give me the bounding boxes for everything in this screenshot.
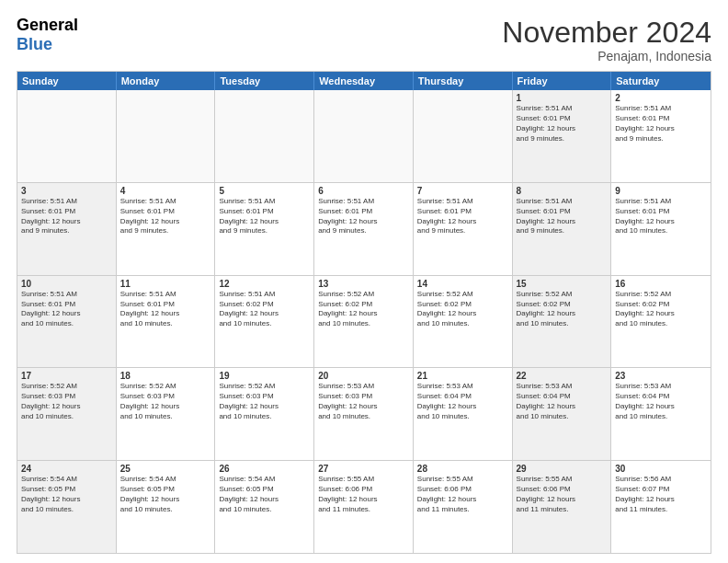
cal-cell-r2c2: 12Sunrise: 5:51 AM Sunset: 6:02 PM Dayli…: [215, 276, 314, 368]
day-number: 3: [21, 186, 112, 196]
header-day-saturday: Saturday: [611, 72, 711, 90]
day-number: 16: [615, 279, 707, 289]
cal-cell-r2c4: 14Sunrise: 5:52 AM Sunset: 6:02 PM Dayli…: [414, 276, 513, 368]
cell-info: Sunrise: 5:54 AM Sunset: 6:05 PM Dayligh…: [219, 475, 310, 514]
cell-info: Sunrise: 5:51 AM Sunset: 6:01 PM Dayligh…: [120, 197, 211, 236]
day-number: 13: [318, 279, 409, 289]
day-number: 12: [219, 279, 310, 289]
cal-cell-r2c1: 11Sunrise: 5:51 AM Sunset: 6:01 PM Dayli…: [117, 276, 216, 368]
cal-cell-r4c3: 27Sunrise: 5:55 AM Sunset: 6:06 PM Dayli…: [314, 461, 414, 553]
cal-cell-r0c5: 1Sunrise: 5:51 AM Sunset: 6:01 PM Daylig…: [513, 90, 612, 182]
logo-general: General: [17, 17, 78, 35]
cell-info: Sunrise: 5:51 AM Sunset: 6:01 PM Dayligh…: [417, 197, 508, 236]
header-day-sunday: Sunday: [17, 72, 117, 90]
cal-cell-r3c0: 17Sunrise: 5:52 AM Sunset: 6:03 PM Dayli…: [17, 368, 117, 460]
cal-cell-r1c5: 8Sunrise: 5:51 AM Sunset: 6:01 PM Daylig…: [513, 183, 612, 275]
calendar-header: SundayMondayTuesdayWednesdayThursdayFrid…: [17, 72, 711, 90]
cal-cell-r2c6: 16Sunrise: 5:52 AM Sunset: 6:02 PM Dayli…: [611, 276, 711, 368]
cell-info: Sunrise: 5:51 AM Sunset: 6:01 PM Dayligh…: [517, 197, 608, 236]
cal-cell-r2c3: 13Sunrise: 5:52 AM Sunset: 6:02 PM Dayli…: [314, 276, 414, 368]
cell-info: Sunrise: 5:56 AM Sunset: 6:07 PM Dayligh…: [615, 475, 707, 514]
cal-cell-r1c6: 9Sunrise: 5:51 AM Sunset: 6:01 PM Daylig…: [611, 183, 711, 275]
cell-info: Sunrise: 5:52 AM Sunset: 6:02 PM Dayligh…: [517, 290, 608, 329]
cell-info: Sunrise: 5:51 AM Sunset: 6:01 PM Dayligh…: [318, 197, 409, 236]
header-day-tuesday: Tuesday: [215, 72, 314, 90]
cal-cell-r4c5: 29Sunrise: 5:55 AM Sunset: 6:06 PM Dayli…: [513, 461, 612, 553]
cell-info: Sunrise: 5:51 AM Sunset: 6:01 PM Dayligh…: [517, 104, 608, 144]
cal-cell-r1c2: 5Sunrise: 5:51 AM Sunset: 6:01 PM Daylig…: [215, 183, 314, 275]
day-number: 9: [615, 186, 707, 196]
day-number: 10: [21, 279, 112, 289]
cal-cell-r0c0: [17, 90, 117, 182]
day-number: 30: [615, 464, 707, 474]
cal-cell-r0c2: [215, 90, 314, 182]
month-year: November 2024: [502, 17, 711, 49]
cal-cell-r0c3: [314, 90, 414, 182]
cal-cell-r3c2: 19Sunrise: 5:52 AM Sunset: 6:03 PM Dayli…: [215, 368, 314, 460]
day-number: 19: [219, 371, 310, 381]
day-number: 15: [517, 279, 608, 289]
cell-info: Sunrise: 5:54 AM Sunset: 6:05 PM Dayligh…: [120, 475, 211, 514]
logo-blue: Blue: [17, 35, 78, 54]
header-day-wednesday: Wednesday: [314, 72, 414, 90]
day-number: 5: [219, 186, 310, 196]
cell-info: Sunrise: 5:51 AM Sunset: 6:01 PM Dayligh…: [219, 197, 310, 236]
cal-cell-r4c2: 26Sunrise: 5:54 AM Sunset: 6:05 PM Dayli…: [215, 461, 314, 553]
day-number: 20: [318, 371, 409, 381]
calendar-row-0: 1Sunrise: 5:51 AM Sunset: 6:01 PM Daylig…: [17, 90, 711, 182]
cell-info: Sunrise: 5:53 AM Sunset: 6:04 PM Dayligh…: [417, 382, 508, 421]
day-number: 28: [417, 464, 508, 474]
header: General Blue November 2024 Penajam, Indo…: [17, 17, 711, 63]
day-number: 17: [21, 371, 112, 381]
cal-cell-r4c4: 28Sunrise: 5:55 AM Sunset: 6:06 PM Dayli…: [414, 461, 513, 553]
calendar-row-1: 3Sunrise: 5:51 AM Sunset: 6:01 PM Daylig…: [17, 182, 711, 275]
cell-info: Sunrise: 5:51 AM Sunset: 6:01 PM Dayligh…: [21, 197, 112, 236]
cal-cell-r2c0: 10Sunrise: 5:51 AM Sunset: 6:01 PM Dayli…: [17, 276, 117, 368]
header-day-monday: Monday: [117, 72, 216, 90]
calendar-row-3: 17Sunrise: 5:52 AM Sunset: 6:03 PM Dayli…: [17, 367, 711, 460]
calendar-body: 1Sunrise: 5:51 AM Sunset: 6:01 PM Daylig…: [17, 90, 711, 553]
cell-info: Sunrise: 5:51 AM Sunset: 6:01 PM Dayligh…: [615, 104, 707, 144]
day-number: 8: [517, 186, 608, 196]
cal-cell-r1c3: 6Sunrise: 5:51 AM Sunset: 6:01 PM Daylig…: [314, 183, 414, 275]
cal-cell-r0c4: [414, 90, 513, 182]
cal-cell-r4c0: 24Sunrise: 5:54 AM Sunset: 6:05 PM Dayli…: [17, 461, 117, 553]
calendar: SundayMondayTuesdayWednesdayThursdayFrid…: [17, 71, 711, 554]
cell-info: Sunrise: 5:52 AM Sunset: 6:03 PM Dayligh…: [120, 382, 211, 421]
day-number: 25: [120, 464, 211, 474]
header-day-thursday: Thursday: [414, 72, 513, 90]
cal-cell-r0c1: [117, 90, 216, 182]
cell-info: Sunrise: 5:52 AM Sunset: 6:02 PM Dayligh…: [417, 290, 508, 329]
cell-info: Sunrise: 5:51 AM Sunset: 6:02 PM Dayligh…: [219, 290, 310, 329]
cell-info: Sunrise: 5:55 AM Sunset: 6:06 PM Dayligh…: [417, 475, 508, 514]
cal-cell-r4c6: 30Sunrise: 5:56 AM Sunset: 6:07 PM Dayli…: [611, 461, 711, 553]
cal-cell-r0c6: 2Sunrise: 5:51 AM Sunset: 6:01 PM Daylig…: [611, 90, 711, 182]
header-day-friday: Friday: [513, 72, 612, 90]
day-number: 27: [318, 464, 409, 474]
logo: General Blue: [17, 17, 78, 54]
cell-info: Sunrise: 5:53 AM Sunset: 6:04 PM Dayligh…: [615, 382, 707, 421]
cal-cell-r1c4: 7Sunrise: 5:51 AM Sunset: 6:01 PM Daylig…: [414, 183, 513, 275]
day-number: 22: [517, 371, 608, 381]
calendar-row-2: 10Sunrise: 5:51 AM Sunset: 6:01 PM Dayli…: [17, 275, 711, 368]
cell-info: Sunrise: 5:52 AM Sunset: 6:02 PM Dayligh…: [318, 290, 409, 329]
day-number: 26: [219, 464, 310, 474]
cell-info: Sunrise: 5:54 AM Sunset: 6:05 PM Dayligh…: [21, 475, 112, 514]
cal-cell-r2c5: 15Sunrise: 5:52 AM Sunset: 6:02 PM Dayli…: [513, 276, 612, 368]
day-number: 11: [120, 279, 211, 289]
day-number: 23: [615, 371, 707, 381]
day-number: 14: [417, 279, 508, 289]
cal-cell-r4c1: 25Sunrise: 5:54 AM Sunset: 6:05 PM Dayli…: [117, 461, 216, 553]
cell-info: Sunrise: 5:55 AM Sunset: 6:06 PM Dayligh…: [318, 475, 409, 514]
cell-info: Sunrise: 5:52 AM Sunset: 6:03 PM Dayligh…: [21, 382, 112, 421]
cell-info: Sunrise: 5:51 AM Sunset: 6:01 PM Dayligh…: [21, 290, 112, 329]
location: Penajam, Indonesia: [502, 49, 711, 63]
cell-info: Sunrise: 5:53 AM Sunset: 6:04 PM Dayligh…: [517, 382, 608, 421]
cal-cell-r3c1: 18Sunrise: 5:52 AM Sunset: 6:03 PM Dayli…: [117, 368, 216, 460]
calendar-row-4: 24Sunrise: 5:54 AM Sunset: 6:05 PM Dayli…: [17, 460, 711, 553]
cell-info: Sunrise: 5:52 AM Sunset: 6:03 PM Dayligh…: [219, 382, 310, 421]
day-number: 6: [318, 186, 409, 196]
cal-cell-r1c1: 4Sunrise: 5:51 AM Sunset: 6:01 PM Daylig…: [117, 183, 216, 275]
day-number: 21: [417, 371, 508, 381]
cal-cell-r1c0: 3Sunrise: 5:51 AM Sunset: 6:01 PM Daylig…: [17, 183, 117, 275]
